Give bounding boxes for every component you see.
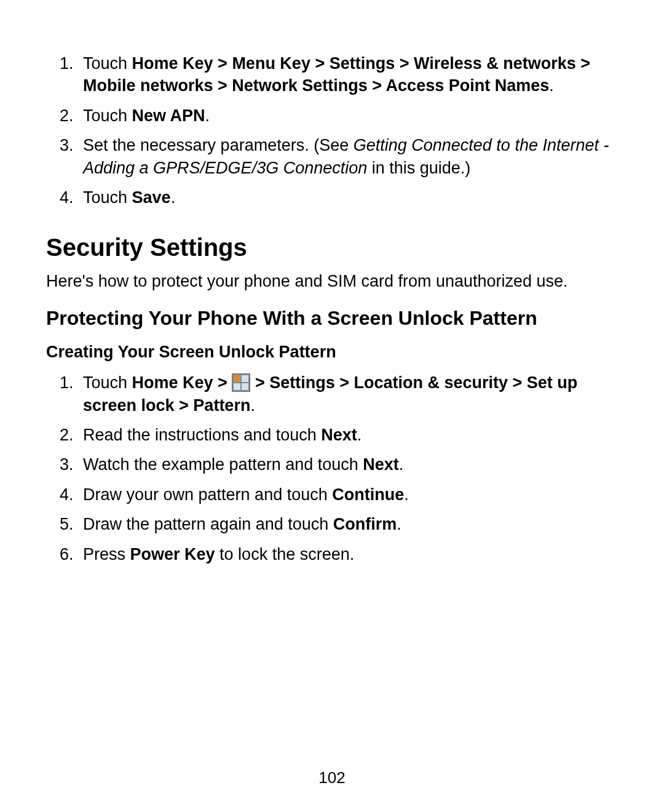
- heading-protecting-phone: Protecting Your Phone With a Screen Unlo…: [46, 306, 618, 330]
- text: .: [205, 106, 210, 125]
- text: to lock the screen.: [215, 545, 355, 563]
- text: Touch: [83, 106, 132, 125]
- text: Touch: [83, 54, 132, 73]
- text: Press: [83, 545, 130, 563]
- text-bold: Next: [363, 455, 399, 474]
- text-bold: Confirm: [333, 515, 397, 533]
- text-bold: Home Key > Menu Key > Settings > Wireles…: [83, 54, 590, 95]
- list-item: Set the necessary parameters. (See Getti…: [78, 134, 618, 179]
- svg-rect-1: [234, 375, 240, 382]
- text-bold: Save: [132, 188, 171, 207]
- text: .: [171, 188, 176, 207]
- list-item: Press Power Key to lock the screen.: [78, 543, 618, 565]
- app-grid-icon: [232, 373, 250, 392]
- text: Read the instructions and touch: [83, 426, 321, 444]
- instruction-list-apn: Touch Home Key > Menu Key > Settings > W…: [46, 52, 618, 209]
- list-item: Touch Home Key > Menu Key > Settings > W…: [78, 52, 618, 97]
- text: .: [399, 455, 404, 474]
- text: .: [404, 485, 409, 504]
- list-item: Draw your own pattern and touch Continue…: [78, 484, 618, 506]
- text-bold: Home Key >: [132, 373, 232, 392]
- text: Set the necessary parameters. (See: [83, 136, 354, 154]
- list-item: Touch Home Key > > Settings > Location &…: [78, 372, 618, 416]
- instruction-list-pattern: Touch Home Key > > Settings > Location &…: [46, 372, 618, 565]
- page-number: 102: [0, 768, 664, 787]
- text: Touch: [83, 188, 132, 207]
- text: .: [549, 76, 554, 95]
- svg-rect-3: [234, 383, 240, 390]
- list-item: Touch New APN.: [78, 105, 618, 127]
- text-bold: Continue: [332, 485, 404, 504]
- text: Watch the example pattern and touch: [83, 455, 363, 474]
- heading-security-settings: Security Settings: [46, 234, 618, 261]
- text: .: [250, 396, 255, 415]
- intro-text: Here's how to protect your phone and SIM…: [46, 270, 618, 292]
- text-bold: Power Key: [130, 545, 215, 563]
- svg-rect-2: [242, 375, 248, 382]
- text: .: [357, 426, 362, 444]
- list-item: Touch Save.: [78, 186, 618, 209]
- text-bold: New APN: [132, 106, 205, 125]
- list-item: Read the instructions and touch Next.: [78, 424, 618, 446]
- text: Draw your own pattern and touch: [83, 485, 332, 504]
- text-bold: Next: [321, 426, 357, 444]
- text: in this guide.): [367, 159, 470, 177]
- text: Touch: [83, 373, 132, 392]
- text: .: [397, 515, 401, 533]
- heading-creating-pattern: Creating Your Screen Unlock Pattern: [46, 343, 618, 362]
- list-item: Draw the pattern again and touch Confirm…: [78, 513, 618, 535]
- svg-rect-4: [242, 383, 248, 390]
- list-item: Watch the example pattern and touch Next…: [78, 453, 618, 476]
- text: Draw the pattern again and touch: [83, 515, 333, 533]
